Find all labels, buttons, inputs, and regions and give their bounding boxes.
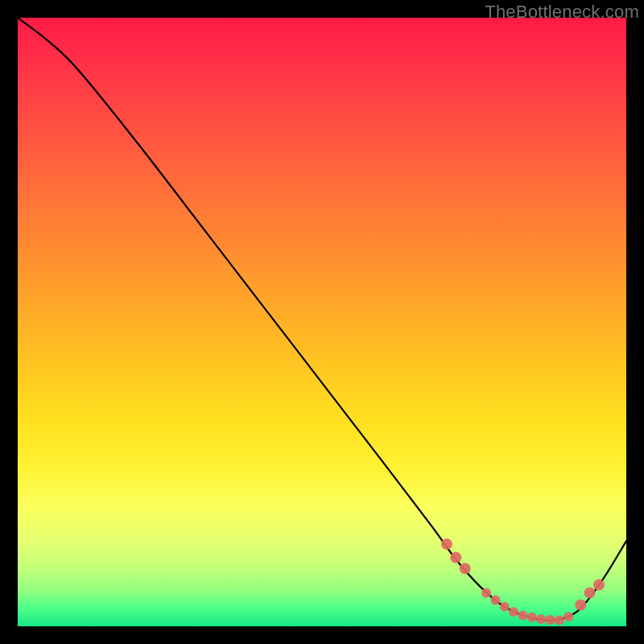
highlight-dot bbox=[564, 612, 573, 621]
highlight-dot bbox=[584, 587, 596, 598]
bottleneck-curve bbox=[18, 18, 626, 621]
highlight-dot bbox=[450, 552, 461, 564]
highlight-dot bbox=[491, 596, 501, 605]
chart-stage: TheBottleneck.com bbox=[0, 0, 644, 644]
highlight-dot bbox=[460, 563, 471, 574]
highlight-dot bbox=[441, 539, 452, 550]
highlight-dot bbox=[509, 607, 518, 617]
highlight-dots-group bbox=[441, 539, 605, 625]
highlight-dot bbox=[575, 600, 586, 611]
highlight-dot bbox=[536, 614, 546, 624]
highlight-dot bbox=[527, 613, 537, 622]
chart-svg bbox=[18, 18, 626, 626]
highlight-dot bbox=[546, 615, 555, 625]
highlight-dot bbox=[500, 602, 510, 612]
highlight-dot bbox=[481, 588, 491, 597]
highlight-dot bbox=[555, 615, 564, 625]
highlight-dot bbox=[593, 580, 605, 591]
plot-area bbox=[18, 18, 626, 626]
highlight-dot bbox=[518, 610, 528, 620]
